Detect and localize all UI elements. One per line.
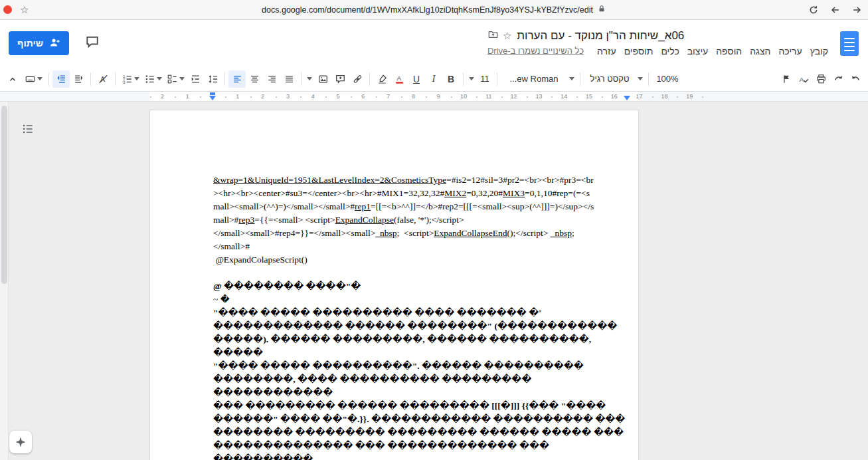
ruler-number: 16	[611, 93, 618, 100]
ruler-number: 3	[286, 93, 290, 100]
more-insert-caret[interactable]	[305, 70, 314, 88]
line-spacing-icon[interactable]	[204, 70, 221, 88]
redo-icon[interactable]	[829, 70, 847, 88]
right-indent-marker[interactable]	[624, 96, 630, 100]
font-family-selector[interactable]: ...ew Roman	[501, 70, 567, 88]
star-document-icon[interactable]: ☆	[503, 30, 511, 42]
move-folder-icon[interactable]	[487, 29, 499, 43]
document-content[interactable]: &wrap=1&UniqueId=1951&LastLevelIndex=2&C…	[213, 173, 626, 460]
clear-formatting-icon[interactable]: A	[94, 70, 112, 88]
window-close-button[interactable]	[3, 5, 12, 14]
app-window: ☆ docs.google.com/document/d/1WVmxXAfkLl…	[0, 0, 868, 460]
align-left-button[interactable]	[228, 70, 246, 88]
print-icon[interactable]	[812, 70, 829, 88]
align-right-button[interactable]	[263, 70, 280, 88]
docs-logo-icon[interactable]	[840, 31, 859, 56]
paragraph-styles-caret[interactable]	[636, 70, 645, 88]
first-line-indent-marker[interactable]	[210, 92, 215, 95]
paragraph-styles-selector[interactable]: טקסט רגיל	[584, 70, 636, 88]
ruler-tick	[351, 96, 352, 98]
bulleted-list-caret	[157, 77, 162, 80]
italic-icon[interactable]: I	[425, 70, 442, 88]
ruler-tick	[376, 96, 377, 98]
ruler-number: 9	[437, 93, 440, 100]
input-tools-button[interactable]	[21, 70, 45, 88]
bookmark-star-icon[interactable]: ☆	[20, 5, 29, 15]
zoom-selector[interactable]: 100%	[652, 70, 683, 88]
ruler-number: 1	[186, 93, 189, 100]
menu-view[interactable]: הצגה	[746, 45, 774, 58]
ruler-number: 13	[535, 93, 542, 100]
menu-format[interactable]: עיצוב	[683, 45, 712, 58]
ruler-number: 17	[636, 93, 643, 100]
bulleted-list-button[interactable]	[141, 70, 164, 88]
font-size-caret[interactable]	[467, 70, 476, 88]
checklist-button[interactable]	[164, 70, 187, 88]
share-button[interactable]: שיתוף	[9, 31, 69, 55]
svg-text:3: 3	[123, 80, 125, 84]
menu-tools[interactable]: כלים	[657, 45, 683, 58]
svg-text:A: A	[799, 75, 804, 82]
doc-code-line: @ExpandColapseScript()	[213, 253, 628, 267]
menu-file[interactable]: קובץ	[806, 45, 832, 58]
horizontal-ruler[interactable]: 1234567891011121314151617181912	[0, 92, 868, 102]
vertical-scrollbar[interactable]	[0, 102, 9, 460]
doc-code-line: &wrap=1&UniqueId=1951&LastLevelIndex=2&C…	[213, 173, 628, 187]
paragraph-ltr-button[interactable]	[70, 70, 87, 88]
ruler-tick	[476, 96, 477, 98]
numbered-list-caret	[134, 77, 139, 80]
bold-icon[interactable]: B	[442, 70, 460, 88]
menu-insert[interactable]: הוספה	[712, 45, 746, 58]
scrollbar-thumb[interactable]	[1, 106, 7, 284]
doc-text-line: �������������� ��� ������������� ��� ���…	[213, 439, 632, 460]
insert-link-icon[interactable]	[349, 70, 366, 88]
collapse-menus-icon[interactable]	[4, 70, 21, 88]
undo-icon[interactable]	[847, 70, 864, 88]
ruler-number: 6	[361, 93, 365, 100]
document-canvas: &wrap=1&UniqueId=1951&LastLevelIndex=2&C…	[0, 102, 868, 460]
toolbar: A 123	[0, 66, 868, 92]
doc-code-line: </small>#	[213, 240, 628, 253]
document-page[interactable]: &wrap=1&UniqueId=1951&LastLevelIndex=2&C…	[149, 110, 639, 460]
doc-text-line: ��� ��������� ������ ��������� [[[�]]] {…	[213, 400, 632, 413]
doc-text-line: "���� ����� ���������� ���� ������� �'	[213, 306, 632, 320]
highlight-color-icon[interactable]	[373, 70, 391, 88]
url-text[interactable]: docs.google.com/document/d/1WVmxXAfkLlg1…	[262, 5, 593, 15]
insert-image-icon[interactable]	[314, 70, 331, 88]
paragraph-rtl-button[interactable]	[52, 70, 70, 88]
align-justify-button[interactable]	[280, 70, 298, 88]
document-title[interactable]: 06א_שיחות הר"ן מנוקד - עם הערות	[517, 29, 684, 43]
doc-text-line: ������" ���� ��"�.}}. ������������ �����…	[213, 413, 632, 426]
flag-icon[interactable]	[778, 70, 795, 88]
saved-status-link[interactable]: כל השינויים נשמרו ב-Drive	[487, 46, 584, 56]
ruler-number: 7	[387, 93, 390, 100]
menu-help[interactable]: עזרה	[593, 45, 620, 58]
text-color-icon[interactable]: A	[391, 70, 408, 88]
document-outline-icon[interactable]	[19, 120, 37, 138]
spellcheck-icon[interactable]: A	[795, 70, 812, 88]
align-center-button[interactable]	[246, 70, 263, 88]
doc-code-line: </small><small>#rep4=}}=</small><small>_…	[213, 227, 628, 240]
font-family-caret[interactable]	[567, 70, 576, 88]
menu-edit[interactable]: עריכה	[774, 45, 806, 58]
comment-history-icon[interactable]	[85, 35, 100, 52]
ruler-number: 11	[485, 93, 491, 100]
reload-icon[interactable]	[808, 5, 819, 15]
add-comment-icon[interactable]	[331, 70, 349, 88]
ruler-number: 2	[261, 93, 264, 100]
svg-text:A: A	[396, 74, 401, 82]
doc-text-line: ~ �	[213, 293, 632, 306]
explore-button[interactable]	[9, 431, 32, 453]
doc-code-line: mall>#rep3={{=<small> <script>ExpandColl…	[213, 213, 628, 227]
indent-icon[interactable]	[187, 70, 204, 88]
docs-header: שיתוף 06א_שיחות הר"ן מנוקד - עם הערות ☆	[0, 20, 868, 66]
numbered-list-button[interactable]: 123	[119, 70, 141, 88]
back-icon[interactable]	[829, 5, 841, 15]
left-indent-marker[interactable]	[209, 96, 216, 100]
font-size-value[interactable]: 11	[476, 70, 493, 88]
underline-icon[interactable]: U	[408, 70, 425, 88]
ruler-number: 19	[686, 93, 693, 100]
menu-addons[interactable]: תוספים	[620, 45, 657, 58]
forward-icon[interactable]	[851, 5, 863, 15]
input-tools-caret	[37, 77, 43, 80]
